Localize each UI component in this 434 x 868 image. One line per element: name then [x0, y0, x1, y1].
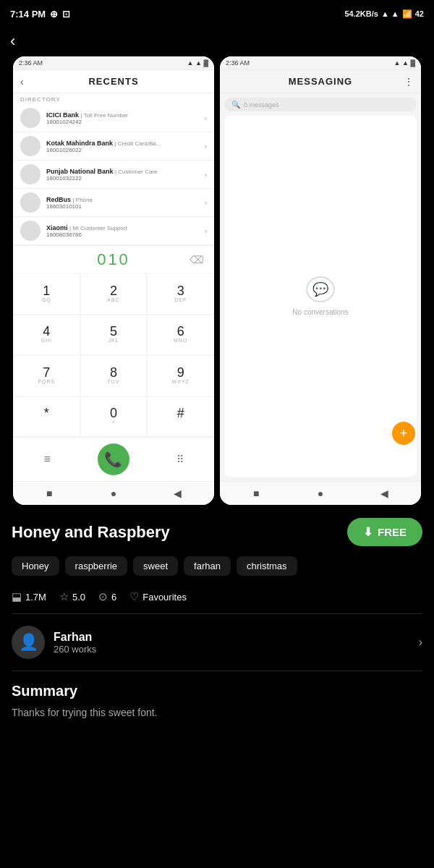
tag-item[interactable]: Honey — [12, 556, 59, 576]
contact-item[interactable]: Kotak Mahindra Bank | Credit Card/Ba... … — [13, 132, 214, 161]
contact-name: Xiaomi | Mi Customer Support — [46, 224, 205, 231]
contact-name: Kotak Mahindra Bank | Credit Card/Ba... — [46, 140, 205, 147]
back-row: ‹ — [0, 26, 434, 56]
author-name: Farhan — [54, 631, 419, 644]
triangle-nav[interactable]: ◀ — [171, 486, 185, 501]
contact-arrow-icon: › — [205, 199, 207, 207]
contact-name: ICICI Bank | Toll Free Number — [46, 111, 205, 119]
stat-comments: ⊙ 6 — [98, 590, 116, 603]
key-cell[interactable]: 8 TUV — [80, 355, 148, 396]
circle-nav[interactable]: ● — [106, 486, 121, 501]
tag-item[interactable]: sweet — [133, 556, 178, 576]
msg-title: Messaging — [289, 76, 352, 87]
key-cell[interactable]: # — [147, 396, 214, 438]
circle-nav[interactable]: ● — [313, 486, 328, 501]
dialer-bottom-nav: ■ ● ◀ — [13, 481, 214, 505]
keypad: 1 GQ 2 ABC 3 DEF 4 GHI 5 JKL 6 MNO 7 PQR… — [13, 273, 214, 437]
call-button[interactable]: 📞 — [98, 443, 129, 475]
square-nav[interactable]: ■ — [42, 486, 56, 501]
dialer-back-icon[interactable]: ‹ — [20, 76, 24, 88]
msg-more-icon[interactable]: ⋮ — [404, 76, 414, 88]
tag-item[interactable]: christmas — [237, 556, 297, 576]
search-icon: 🔍 — [231, 101, 240, 109]
contact-arrow-icon: › — [205, 114, 207, 122]
dialer-status-bar: 2:36 AM ▲ ▲ ▓ — [13, 56, 214, 70]
contact-name: Punjab National Bank | Customer Care — [46, 168, 205, 175]
contact-avatar — [20, 136, 41, 156]
signal-icon: ▲ — [394, 59, 401, 67]
dialer-status-icons: ▲ ▲ ▓ — [187, 59, 208, 67]
tag-item[interactable]: farhan — [184, 556, 231, 576]
contact-item[interactable]: RedBus | Phone 18603010101 › — [13, 189, 214, 217]
msg-search[interactable]: 🔍 0 messages — [224, 98, 417, 111]
back-icon[interactable]: ‹ — [10, 32, 15, 50]
key-letters: + — [111, 420, 115, 426]
wifi-icon: 📶 — [402, 9, 412, 19]
key-cell[interactable]: 9 WXYZ — [147, 355, 214, 396]
key-digit: 5 — [110, 325, 117, 338]
key-letters: DEF — [174, 297, 187, 304]
key-cell[interactable]: 6 MNO — [147, 315, 214, 356]
dialer-time: 2:36 AM — [19, 59, 43, 67]
square-nav[interactable]: ■ — [249, 486, 263, 501]
key-cell[interactable]: 1 GQ — [13, 273, 80, 315]
delete-icon[interactable]: ⌫ — [190, 254, 204, 265]
key-letters: GQ — [42, 297, 51, 304]
contact-number: 18008036786 — [46, 231, 205, 238]
contact-number: 18001024242 — [46, 119, 205, 125]
triangle-nav[interactable]: ◀ — [378, 486, 392, 501]
author-row[interactable]: 👤 Farhan 260 works › — [12, 614, 422, 671]
favourites-label: Favourites — [142, 592, 187, 603]
key-letters: ABC — [107, 297, 119, 304]
app-section: Honey and Raspbery ⬇ FREE Honeyraspberri… — [0, 505, 434, 735]
summary-text: Thanks for trying this sweet font. — [12, 705, 422, 720]
contact-number: 18001026022 — [46, 147, 205, 153]
msg-time: 2:36 AM — [226, 59, 250, 67]
contact-item[interactable]: ICICI Bank | Toll Free Number 1800102424… — [13, 104, 214, 132]
key-letters: TUV — [107, 379, 119, 386]
key-cell[interactable]: 2 ABC — [80, 273, 148, 315]
key-cell[interactable]: 0 + — [80, 396, 148, 438]
key-cell[interactable]: 7 PQRS — [13, 355, 80, 396]
dialer-screen: 2:36 AM ▲ ▲ ▓ ‹ Recents DIRECTORY ICICI … — [13, 56, 214, 505]
key-letters: MNO — [174, 338, 187, 344]
key-digit: 8 — [110, 366, 117, 379]
key-digit: 4 — [43, 325, 50, 338]
menu-icon[interactable]: ≡ — [43, 453, 50, 466]
msg-status-bar: 2:36 AM ▲ ▲ ▓ — [220, 56, 421, 70]
msg-fab-button[interactable]: + — [392, 422, 415, 445]
msg-search-placeholder: 0 messages — [244, 101, 279, 109]
key-cell[interactable]: 4 GHI — [13, 315, 80, 356]
key-digit: 0 — [110, 407, 117, 420]
key-digit: 6 — [177, 325, 184, 338]
contacts-grid-icon[interactable]: ⠿ — [176, 454, 184, 465]
app-title: Honey and Raspbery — [12, 523, 170, 542]
signal-icon: ▲ — [187, 59, 194, 67]
contact-item[interactable]: Xiaomi | Mi Customer Support 18008036786… — [13, 217, 214, 245]
key-cell[interactable]: 3 DEF — [147, 273, 214, 315]
contact-avatar — [20, 221, 41, 241]
author-works: 260 works — [54, 644, 419, 655]
key-cell[interactable]: 5 JKL — [80, 315, 148, 356]
key-letters: JKL — [108, 338, 119, 344]
contact-number: 18603010101 — [46, 203, 205, 210]
tag-item[interactable]: raspberrie — [65, 556, 128, 576]
dialer-display: 010 ⌫ — [13, 245, 214, 273]
contact-avatar — [20, 108, 41, 128]
key-digit: 1 — [43, 284, 50, 297]
key-cell[interactable]: * — [13, 396, 80, 438]
dialer-number: 010 — [97, 250, 130, 269]
author-arrow-icon: › — [419, 636, 422, 649]
time: 7:14 PM — [10, 9, 46, 20]
tags-row: Honeyraspberriesweetfarhanchristmas — [12, 556, 422, 576]
key-digit: * — [44, 407, 49, 420]
speech-bubble-icon: 💬 — [306, 276, 335, 302]
status-left: 7:14 PM ⊕ ⊡ — [10, 9, 70, 20]
dialer-bottom: ≡ 📞 ⠿ — [13, 437, 214, 481]
wifi-icon: ▲ — [402, 59, 409, 67]
dialer-header: ‹ Recents — [13, 70, 214, 93]
contact-item[interactable]: Punjab National Bank | Customer Care 180… — [13, 161, 214, 189]
contact-info: RedBus | Phone 18603010101 — [46, 196, 205, 210]
key-digit: 3 — [177, 284, 184, 297]
free-button[interactable]: ⬇ FREE — [347, 518, 422, 546]
